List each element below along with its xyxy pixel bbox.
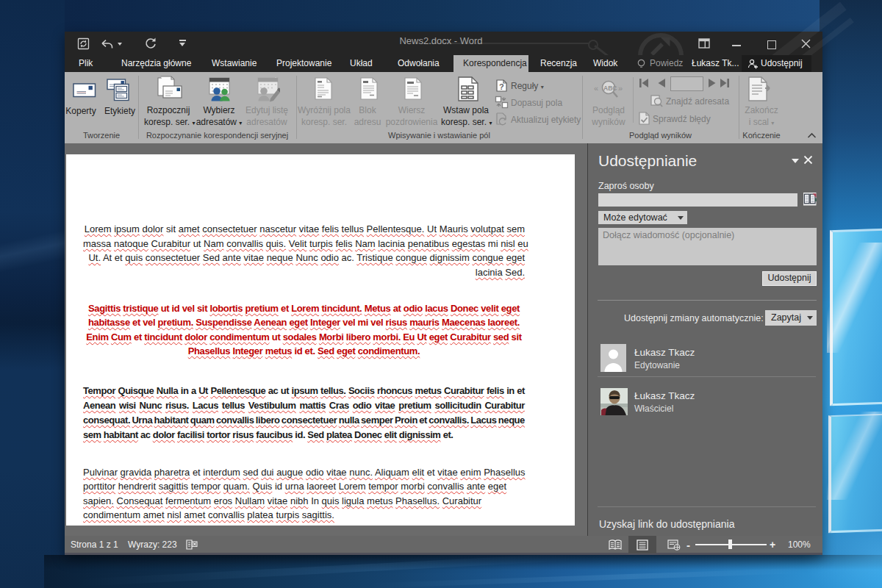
svg-text:ABC: ABC <box>603 85 617 92</box>
svg-text:»: » <box>618 84 623 93</box>
svg-text:?: ? <box>499 82 504 91</box>
svg-text:«: « <box>594 84 598 93</box>
